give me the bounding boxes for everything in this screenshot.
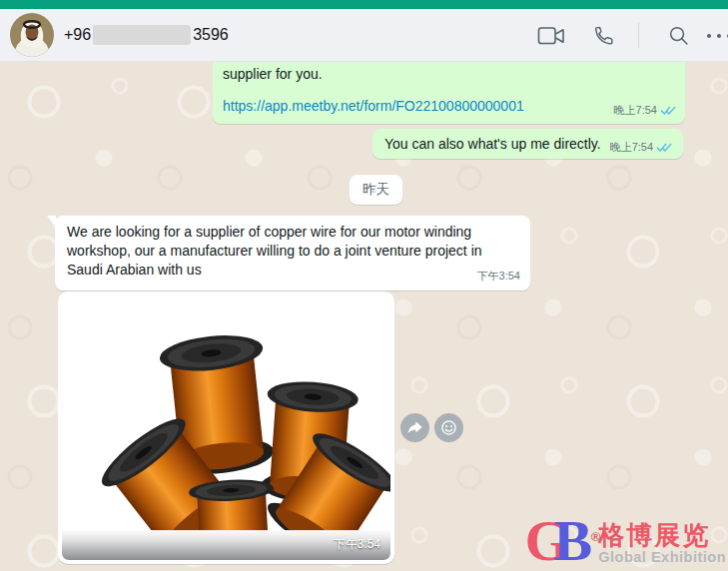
message-text: supplier for you. [223,66,675,82]
header-divider [638,23,639,48]
message-text: We are looking for a supplier of copper … [67,224,482,278]
date-separator: 昨天 [350,175,402,205]
voice-call-button[interactable] [592,9,615,62]
contact-avatar[interactable] [10,13,54,57]
emoji-react-button[interactable] [434,413,463,442]
message-outgoing-link[interactable]: supplier for you. https://app.meetby.net… [213,62,685,124]
avatar-photo [10,13,54,57]
message-incoming-text[interactable]: We are looking for a supplier of copper … [55,216,530,290]
contact-title[interactable]: +96 3596 [64,25,229,45]
message-link[interactable]: https://app.meetby.net/form/FO2210080000… [223,98,675,114]
menu-dots-icon [705,32,728,40]
video-camera-icon [537,25,565,47]
message-timestamp: 晚上7:54 [610,140,653,155]
chat-header: +96 3596 [0,9,728,62]
phone-redaction-blur [93,25,191,45]
message-timestamp: 下午3:54 [334,536,380,553]
smiley-emoji-icon [439,418,458,437]
message-timestamp: 下午3:54 [477,267,520,286]
message-incoming-image[interactable]: 下午3:54 [58,291,394,564]
contact-phone-prefix: +96 [64,26,91,44]
read-receipt-icon [660,105,677,116]
message-text: You can also what's up me directly. [384,136,601,152]
contact-phone-suffix: 3596 [193,26,229,44]
read-receipt-icon [656,142,673,153]
phone-icon [592,24,615,47]
copper-wire-spools-photo[interactable]: 下午3:54 [62,295,390,560]
search-button[interactable] [667,9,690,62]
copper-wire-spools-illustration [62,295,390,560]
chat-message-area: supplier for you. https://app.meetby.net… [0,62,728,571]
video-call-button[interactable] [537,9,565,62]
forward-button[interactable] [400,413,429,442]
message-quick-actions [400,413,463,442]
whatsapp-chat-window: +96 3596 [0,0,728,571]
message-timestamp: 晚上7:54 [614,103,657,118]
menu-button[interactable] [705,9,728,62]
window-title-strip [0,0,728,9]
search-icon [667,24,690,47]
forward-arrow-icon [406,420,423,435]
message-outgoing-direct[interactable]: You can also what's up me directly. 晚上7:… [372,129,683,159]
